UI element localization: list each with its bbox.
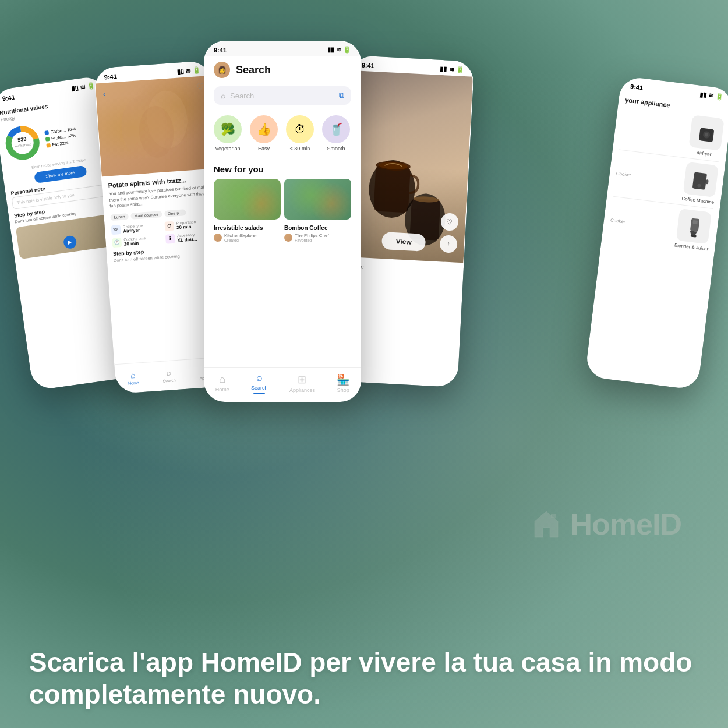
- search-icon: ⌕: [221, 91, 225, 100]
- appliance-coffee[interactable]: Coffee Machine: [681, 162, 719, 205]
- nav-appliances[interactable]: ⊞ Appliances: [289, 373, 315, 393]
- cat-30min-circle: ⏱: [286, 115, 314, 143]
- play-button[interactable]: ▶: [62, 235, 77, 249]
- svg-text:kcal/serving: kcal/serving: [14, 142, 31, 148]
- blender-label: Blender & Juicer: [674, 242, 708, 252]
- status-icons-recipe: ▮▯ ≋ 🔋: [176, 66, 201, 76]
- cook-icon: 🕐: [112, 238, 122, 248]
- coffee-status-icons: ▮▮ ≋ 🔋: [440, 65, 464, 74]
- blender-thumb: [676, 208, 712, 244]
- cooker-label-left: Cooker: [616, 171, 631, 178]
- svg-text:538: 538: [17, 136, 27, 143]
- search-status-time: 9:41: [214, 47, 227, 54]
- nav-home-recipe[interactable]: ⌂ Home: [128, 370, 139, 386]
- homeid-logo-icon: [529, 507, 564, 542]
- cat-easy-label: Easy: [258, 146, 270, 151]
- coffee-author-row: The Philips Chef Favorited: [284, 233, 351, 242]
- recipes-grid: [214, 179, 351, 220]
- recipe-card-salad-2[interactable]: [284, 179, 351, 220]
- appliance-blender[interactable]: Blender & Juicer: [674, 208, 713, 252]
- search-input[interactable]: Search: [230, 91, 334, 100]
- salad-author-name: KitchenExplorer: [224, 233, 257, 238]
- share-action-button[interactable]: ↑: [439, 235, 458, 253]
- nutrition-legend: Carbo... 16% Protei... 62% Fat 22%: [44, 126, 78, 149]
- homeid-logo-area: HomeID: [529, 507, 681, 542]
- recipe-type-icon: 🍽: [111, 225, 121, 235]
- donut-chart: 538 kcal/serving: [2, 122, 44, 164]
- access-value: XL dou...: [177, 236, 197, 243]
- categories-row: 🥦 Vegetarian 👍 Easy ⏱ < 30 min 🥤 Smooth: [204, 111, 361, 158]
- coffee-machine-label: Coffee Machine: [681, 196, 715, 205]
- search-status-bar: 9:41 ▮▮ ≋ 🔋: [204, 41, 361, 56]
- salad-author-row: KitchenExplorer Created: [214, 233, 281, 242]
- salad-author-action: Created: [224, 238, 257, 242]
- homeid-logo-text: HomeID: [571, 507, 681, 542]
- category-vegetarian[interactable]: 🥦 Vegetarian: [214, 115, 242, 151]
- section-title: New for you: [214, 158, 351, 179]
- recipe-type-value: Airfryer: [123, 227, 143, 234]
- phone-appliances: 9:41 ▮▮ ≋ 🔋 your appliance Airfryer: [585, 76, 728, 390]
- nav-search[interactable]: ⌕ Search: [251, 372, 268, 394]
- salad-thumb-1: [214, 179, 281, 220]
- status-icons: ▮▯ ≋ 🔋: [71, 82, 96, 93]
- nav-search-recipe[interactable]: ⌕ Search: [162, 367, 176, 383]
- cat-vegetarian-circle: 🥦: [214, 115, 242, 143]
- appliances-status-icons: ▮▮ ≋ 🔋: [699, 91, 724, 101]
- coffee-author-action: Favorited: [295, 238, 329, 242]
- tagline-text: Scarica l'app HomeID per vivere la tua c…: [29, 646, 699, 711]
- prep-icon: ⏱: [164, 221, 174, 231]
- airfryer-thumb: [688, 115, 724, 150]
- cook-value: 20 min: [124, 240, 146, 247]
- airfryer-label: Airfryer: [696, 150, 712, 157]
- cat-vegetarian-label: Vegetarian: [215, 146, 240, 151]
- appliances-status-time: 9:41: [630, 83, 644, 91]
- search-bar[interactable]: ⌕ Search ⧉: [214, 86, 351, 105]
- status-time-recipe: 9:41: [104, 72, 117, 80]
- category-smooth[interactable]: 🥤 Smooth: [322, 115, 350, 151]
- search-header: 👩 Search: [204, 56, 361, 83]
- coffee-author-avatar: [284, 234, 292, 242]
- new-for-you-section: New for you Irresist: [204, 158, 361, 242]
- recipe-card-salad-1[interactable]: [214, 179, 281, 220]
- coffee-author-name: The Philips Chef: [295, 233, 329, 238]
- salad-card-info: Irresistible salads KitchenExplorer Crea…: [214, 222, 281, 242]
- cat-smooth-label: Smooth: [327, 146, 345, 151]
- tag-one[interactable]: One p...: [164, 209, 186, 217]
- heart-action-button[interactable]: ♡: [440, 213, 459, 231]
- coffee-status-time: 9:41: [362, 61, 375, 69]
- cat-30min-label: < 30 min: [290, 146, 310, 151]
- svg-rect-24: [690, 218, 700, 232]
- coffee-title: Bombon Coffee: [284, 225, 351, 231]
- search-bottom-nav: ⌂ Home ⌕ Search ⊞ Appliances 🏪 Shop: [204, 367, 361, 401]
- appliance-airfryer[interactable]: Airfryer: [688, 115, 725, 158]
- search-bar-container: ⌕ Search ⧉: [204, 83, 361, 111]
- category-easy[interactable]: 👍 Easy: [250, 115, 278, 151]
- recipe-meta: 🍽 Recipe type Airfryer ⏱ Preparation 20 …: [111, 218, 216, 247]
- view-button[interactable]: View: [381, 232, 426, 252]
- cooker-label-left-2: Cooker: [610, 217, 626, 224]
- coffee-machine-row: Cooker Coffee Machine: [607, 153, 725, 209]
- phone-search: 9:41 ▮▮ ≋ 🔋 👩 Search ⌕ Search ⧉ 🥦 Vegeta…: [204, 41, 361, 402]
- phones-container: 9:41 ▮▯ ≋ 🔋 Nutritional values Energy 53…: [0, 23, 728, 443]
- back-button[interactable]: ‹: [103, 89, 106, 98]
- salad-thumb-2: [284, 179, 351, 220]
- salad-author-avatar: [214, 234, 222, 242]
- user-avatar[interactable]: 👩: [214, 62, 230, 78]
- category-30min[interactable]: ⏱ < 30 min: [286, 115, 314, 151]
- cat-easy-circle: 👍: [250, 115, 278, 143]
- coffee-actions: ♡ ↑: [439, 213, 459, 253]
- tag-lunch[interactable]: Lunch: [110, 213, 129, 221]
- svg-rect-27: [692, 220, 698, 224]
- tag-main[interactable]: Main courses: [130, 211, 162, 220]
- status-time: 9:41: [2, 93, 15, 102]
- tagline-area: Scarica l'app HomeID per vivere la tua c…: [29, 646, 699, 711]
- access-icon: ℹ: [165, 234, 175, 243]
- favorite-button[interactable]: ♡: [196, 82, 204, 92]
- coffee-card-info: Bombon Coffee The Philips Chef Favorited: [284, 222, 351, 242]
- filter-icon[interactable]: ⧉: [339, 91, 344, 100]
- salad-title: Irresistible salads: [214, 225, 281, 231]
- nav-shop[interactable]: 🏪 Shop: [337, 373, 349, 393]
- prep-value: 20 min: [176, 224, 196, 230]
- nav-home[interactable]: ⌂ Home: [215, 373, 229, 393]
- nav-active-indicator: [253, 393, 265, 394]
